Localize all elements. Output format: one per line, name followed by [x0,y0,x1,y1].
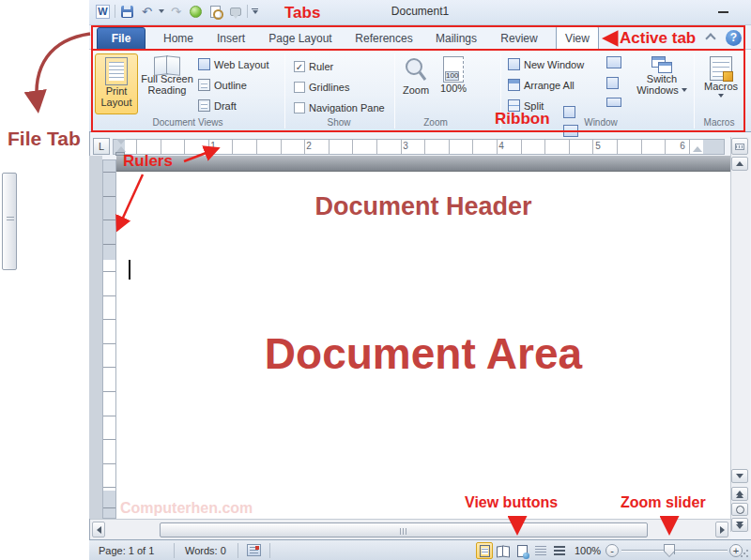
zoom-level[interactable]: 100% [575,544,601,557]
rulers-annotation: Rulers [123,152,173,171]
tab-stop-selector[interactable]: L [93,138,110,155]
workspace-left-margin [89,156,102,519]
print-layout-view-icon [480,545,490,557]
right-arrow-icon [720,526,725,534]
scroll-right-button[interactable] [715,522,728,537]
ribbon-highlight-box [91,49,745,132]
first-line-indent-marker[interactable] [116,139,126,144]
page-count[interactable]: Page: 1 of 1 [99,544,154,557]
workspace-background [116,156,730,171]
left-arrow-icon [97,526,101,534]
view-ruler-icon [735,144,744,150]
word-count[interactable]: Words: 0 [185,544,226,557]
scroll-down-button[interactable] [731,469,748,483]
browse-object-icon [736,506,744,514]
file-tab-annotation: File Tab [8,128,81,150]
scroll-left-button[interactable] [92,522,105,537]
document-header-text: Document Header [116,192,730,221]
ruler-number: 1 [208,141,218,151]
double-up-arrow-icon [736,491,743,498]
view-print-layout-button[interactable] [476,542,493,559]
double-down-arrow-icon [736,522,743,529]
watermark: Computerhen.com [120,500,253,517]
view-buttons-annotation: View buttons [465,494,558,511]
file-tab-arrow [37,34,90,107]
web-layout-view-icon [517,545,528,557]
outline-view-icon [535,546,546,556]
ruler-number: 6 [678,141,687,151]
full-screen-reading-view-icon [497,546,510,555]
ruler-number: 5 [593,141,603,151]
horizontal-ruler [113,139,725,155]
view-draft-button[interactable] [551,542,568,559]
view-ruler-toggle-button[interactable] [731,138,748,155]
annotated-word-screenshot: W ↶ ↷ Document1 × File Home Insert Page … [0,0,751,560]
vertical-ruler [102,159,116,519]
vertical-scroll-thumb[interactable] [2,173,17,270]
proofing-icon [247,544,261,556]
document-area-text: Document Area [116,328,730,379]
resize-grip[interactable] [740,549,749,558]
view-full-screen-reading-button[interactable] [495,542,512,559]
ribbon-annotation: Ribbon [495,110,550,129]
text-cursor [129,260,130,280]
minimize-icon [718,11,728,13]
scroll-up-button[interactable] [731,157,748,171]
view-web-layout-button[interactable] [513,542,530,559]
next-page-button[interactable] [731,518,748,532]
horizontal-scrollbar[interactable] [90,519,730,539]
horizontal-scroll-thumb[interactable] [160,522,648,537]
proofing-status-button[interactable] [247,544,261,557]
ruler-number: 4 [497,141,506,151]
select-browse-object-button[interactable] [731,503,748,516]
up-arrow-icon [736,161,743,166]
title-bar: W ↶ ↷ Document1 × [89,0,751,25]
view-outline-button[interactable] [532,542,549,559]
previous-page-button[interactable] [731,487,748,501]
down-arrow-icon [736,474,743,478]
zoom-slider-thumb[interactable] [664,544,675,557]
zoom-out-button[interactable]: - [605,544,619,557]
active-tab-annotation: Active tab [620,29,696,48]
zoom-slider-annotation: Zoom slider [621,494,706,511]
divider [238,543,238,558]
tabs-annotation: Tabs [284,4,320,23]
right-indent-marker[interactable] [693,146,702,152]
draft-view-icon [554,546,565,556]
divider [269,543,270,558]
divider [174,543,175,558]
ruler-number: 2 [304,141,314,151]
ruler-number: 3 [401,141,410,151]
window-title: Document1 [89,5,751,18]
minimize-button[interactable] [711,4,735,21]
status-bar: Page: 1 of 1 Words: 0 100% - + [89,539,751,560]
